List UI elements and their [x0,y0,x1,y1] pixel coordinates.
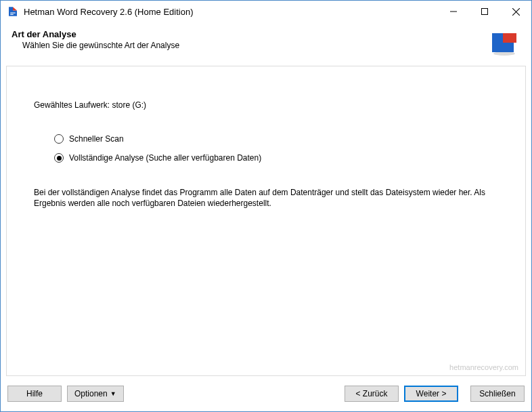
wizard-heading: Art der Analyse [12,29,488,39]
selected-drive-value: store (G:) [112,100,146,110]
titlebar: Hetman Word Recovery 2.6 (Home Edition) [1,1,531,22]
back-button[interactable]: < Zurück [345,386,399,402]
radio-quick-scan[interactable]: Schneller Scan [54,134,505,144]
radio-full-analysis[interactable]: Vollständige Analyse (Suche aller verfüg… [54,153,505,163]
options-button[interactable]: Optionen ▼ [67,386,124,402]
selected-drive: Gewähltes Laufwerk: store (G:) [34,100,505,110]
chevron-down-icon: ▼ [110,390,116,397]
selected-drive-label: Gewähltes Laufwerk: [34,100,112,110]
next-button[interactable]: Weiter > [404,386,458,402]
analysis-options: Schneller Scan Vollständige Analyse (Suc… [54,134,505,163]
radio-indicator [54,153,64,163]
analysis-description: Bei der vollständigen Analyse findet das… [34,187,505,209]
minimize-button[interactable] [438,1,469,22]
svg-rect-0 [10,13,16,14]
close-button[interactable]: Schließen [470,386,525,402]
window-title: Hetman Word Recovery 2.6 (Home Edition) [24,7,438,17]
radio-quick-label: Schneller Scan [69,134,124,144]
help-button[interactable]: Hilfe [7,386,62,402]
wizard-panel-content: Gewähltes Laufwerk: store (G:) Schneller… [7,66,525,375]
maximize-button[interactable] [469,1,500,22]
wizard-header-text: Art der Analyse Wählen Sie die gewünscht… [12,29,488,50]
app-icon [6,5,20,18]
options-button-label: Optionen [74,389,108,398]
close-window-button[interactable] [500,1,531,22]
svg-rect-3 [482,9,488,15]
wizard-header: Art der Analyse Wählen Sie die gewünscht… [1,22,531,66]
wizard-button-bar: Hilfe Optionen ▼ < Zurück Weiter > Schli… [1,376,531,411]
app-logo-icon [488,29,520,56]
radio-full-label: Vollständige Analyse (Suche aller verfüg… [69,153,261,163]
radio-indicator [54,134,64,144]
svg-rect-1 [10,14,14,15]
watermark: hetmanrecovery.com [449,363,518,371]
wizard-panel: Gewähltes Laufwerk: store (G:) Schneller… [6,66,526,376]
wizard-subheading: Wählen Sie die gewünschte Art der Analys… [22,41,488,50]
